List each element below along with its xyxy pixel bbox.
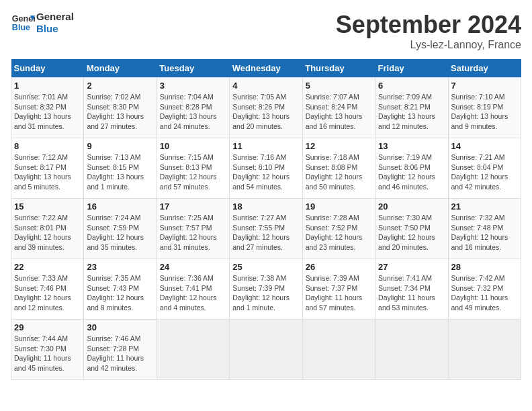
calendar-cell: 8Sunrise: 7:12 AM Sunset: 8:17 PM Daylig…: [11, 138, 84, 199]
day-number: 21: [451, 201, 518, 212]
day-info: Sunrise: 7:28 AM Sunset: 7:52 PM Dayligh…: [306, 213, 372, 253]
calendar-cell: 2Sunrise: 7:02 AM Sunset: 8:30 PM Daylig…: [84, 78, 157, 138]
calendar-week-5: 29Sunrise: 7:44 AM Sunset: 7:30 PM Dayli…: [11, 320, 521, 380]
day-info: Sunrise: 7:44 AM Sunset: 7:30 PM Dayligh…: [14, 334, 81, 373]
day-info: Sunrise: 7:24 AM Sunset: 7:59 PM Dayligh…: [87, 213, 153, 253]
calendar-cell: 11Sunrise: 7:16 AM Sunset: 8:10 PM Dayli…: [230, 138, 302, 199]
calendar-cell: 18Sunrise: 7:27 AM Sunset: 7:55 PM Dayli…: [230, 199, 302, 259]
day-info: Sunrise: 7:46 AM Sunset: 7:28 PM Dayligh…: [87, 334, 153, 373]
calendar-cell: 19Sunrise: 7:28 AM Sunset: 7:52 PM Dayli…: [302, 199, 375, 259]
day-info: Sunrise: 7:16 AM Sunset: 8:10 PM Dayligh…: [232, 152, 299, 192]
day-number: 15: [14, 201, 81, 212]
logo-blue: Blue: [36, 23, 74, 35]
day-info: Sunrise: 7:18 AM Sunset: 8:08 PM Dayligh…: [306, 152, 372, 192]
weekday-header-saturday: Saturday: [448, 59, 521, 78]
day-info: Sunrise: 7:41 AM Sunset: 7:34 PM Dayligh…: [378, 273, 445, 313]
day-info: Sunrise: 7:36 AM Sunset: 7:41 PM Dayligh…: [160, 273, 226, 313]
weekday-header-thursday: Thursday: [302, 59, 375, 78]
month-title: September 2024: [336, 11, 521, 39]
day-info: Sunrise: 7:21 AM Sunset: 8:04 PM Dayligh…: [451, 152, 518, 192]
day-number: 17: [160, 201, 226, 212]
day-number: 4: [232, 81, 299, 91]
day-number: 8: [14, 141, 81, 151]
calendar-cell: 22Sunrise: 7:33 AM Sunset: 7:46 PM Dayli…: [11, 259, 84, 320]
calendar-cell: 3Sunrise: 7:04 AM Sunset: 8:28 PM Daylig…: [157, 78, 229, 138]
day-info: Sunrise: 7:39 AM Sunset: 7:37 PM Dayligh…: [306, 273, 372, 313]
calendar-cell: 20Sunrise: 7:30 AM Sunset: 7:50 PM Dayli…: [375, 199, 448, 259]
calendar-cell: 12Sunrise: 7:18 AM Sunset: 8:08 PM Dayli…: [302, 138, 375, 199]
day-number: 1: [14, 81, 81, 91]
day-number: 13: [378, 141, 445, 151]
calendar-cell: 1Sunrise: 7:01 AM Sunset: 8:32 PM Daylig…: [11, 78, 84, 138]
calendar-week-3: 15Sunrise: 7:22 AM Sunset: 8:01 PM Dayli…: [11, 199, 521, 259]
day-info: Sunrise: 7:01 AM Sunset: 8:32 PM Dayligh…: [14, 92, 81, 132]
calendar-cell: [375, 320, 448, 380]
day-info: Sunrise: 7:33 AM Sunset: 7:46 PM Dayligh…: [14, 273, 81, 313]
day-number: 6: [378, 81, 445, 91]
calendar-cell: 15Sunrise: 7:22 AM Sunset: 8:01 PM Dayli…: [11, 199, 84, 259]
day-info: Sunrise: 7:35 AM Sunset: 7:43 PM Dayligh…: [87, 273, 153, 313]
calendar-cell: 23Sunrise: 7:35 AM Sunset: 7:43 PM Dayli…: [84, 259, 157, 320]
calendar-cell: 5Sunrise: 7:07 AM Sunset: 8:24 PM Daylig…: [302, 78, 375, 138]
calendar-cell: 16Sunrise: 7:24 AM Sunset: 7:59 PM Dayli…: [84, 199, 157, 259]
day-info: Sunrise: 7:27 AM Sunset: 7:55 PM Dayligh…: [232, 213, 299, 253]
calendar-cell: 17Sunrise: 7:25 AM Sunset: 7:57 PM Dayli…: [157, 199, 229, 259]
day-number: 12: [306, 141, 372, 151]
day-number: 26: [306, 262, 372, 272]
title-block: September 2024 Lys-lez-Lannoy, France: [336, 11, 521, 51]
day-info: Sunrise: 7:38 AM Sunset: 7:39 PM Dayligh…: [232, 273, 299, 313]
day-number: 3: [160, 81, 226, 91]
day-number: 22: [14, 262, 81, 272]
weekday-header-sunday: Sunday: [11, 59, 84, 78]
calendar-cell: [230, 320, 302, 380]
day-info: Sunrise: 7:25 AM Sunset: 7:57 PM Dayligh…: [160, 213, 226, 253]
weekday-header-monday: Monday: [84, 59, 157, 78]
day-info: Sunrise: 7:12 AM Sunset: 8:17 PM Dayligh…: [14, 152, 81, 192]
logo: General Blue General Blue: [11, 11, 74, 35]
calendar-cell: 24Sunrise: 7:36 AM Sunset: 7:41 PM Dayli…: [157, 259, 229, 320]
calendar-cell: 30Sunrise: 7:46 AM Sunset: 7:28 PM Dayli…: [84, 320, 157, 380]
calendar-cell: [157, 320, 229, 380]
day-info: Sunrise: 7:42 AM Sunset: 7:32 PM Dayligh…: [451, 273, 518, 313]
calendar-cell: 29Sunrise: 7:44 AM Sunset: 7:30 PM Dayli…: [11, 320, 84, 380]
day-number: 23: [87, 262, 153, 272]
weekday-header-row: SundayMondayTuesdayWednesdayThursdayFrid…: [11, 59, 521, 78]
calendar-cell: [302, 320, 375, 380]
calendar-cell: 6Sunrise: 7:09 AM Sunset: 8:21 PM Daylig…: [375, 78, 448, 138]
calendar-week-4: 22Sunrise: 7:33 AM Sunset: 7:46 PM Dayli…: [11, 259, 521, 320]
day-info: Sunrise: 7:05 AM Sunset: 8:26 PM Dayligh…: [232, 92, 299, 132]
location-title: Lys-lez-Lannoy, France: [336, 39, 521, 51]
calendar-cell: 21Sunrise: 7:32 AM Sunset: 7:48 PM Dayli…: [448, 199, 521, 259]
logo-icon: General Blue: [11, 11, 35, 35]
day-number: 25: [232, 262, 299, 272]
page-header: General Blue General Blue September 2024…: [11, 11, 521, 51]
day-info: Sunrise: 7:32 AM Sunset: 7:48 PM Dayligh…: [451, 213, 518, 253]
weekday-header-tuesday: Tuesday: [157, 59, 229, 78]
day-number: 18: [232, 201, 299, 212]
calendar-cell: 10Sunrise: 7:15 AM Sunset: 8:13 PM Dayli…: [157, 138, 229, 199]
calendar-table: SundayMondayTuesdayWednesdayThursdayFrid…: [11, 59, 521, 380]
day-info: Sunrise: 7:02 AM Sunset: 8:30 PM Dayligh…: [87, 92, 153, 132]
day-info: Sunrise: 7:15 AM Sunset: 8:13 PM Dayligh…: [160, 152, 226, 192]
calendar-cell: 7Sunrise: 7:10 AM Sunset: 8:19 PM Daylig…: [448, 78, 521, 138]
calendar-cell: 25Sunrise: 7:38 AM Sunset: 7:39 PM Dayli…: [230, 259, 302, 320]
weekday-header-wednesday: Wednesday: [230, 59, 302, 78]
day-info: Sunrise: 7:30 AM Sunset: 7:50 PM Dayligh…: [378, 213, 445, 253]
day-number: 7: [451, 81, 518, 91]
day-info: Sunrise: 7:07 AM Sunset: 8:24 PM Dayligh…: [306, 92, 372, 132]
day-number: 2: [87, 81, 153, 91]
day-number: 19: [306, 201, 372, 212]
calendar-cell: [448, 320, 521, 380]
day-info: Sunrise: 7:09 AM Sunset: 8:21 PM Dayligh…: [378, 92, 445, 132]
calendar-cell: 27Sunrise: 7:41 AM Sunset: 7:34 PM Dayli…: [375, 259, 448, 320]
day-info: Sunrise: 7:22 AM Sunset: 8:01 PM Dayligh…: [14, 213, 81, 253]
day-number: 10: [160, 141, 226, 151]
day-info: Sunrise: 7:13 AM Sunset: 8:15 PM Dayligh…: [87, 152, 153, 192]
day-number: 9: [87, 141, 153, 151]
day-number: 27: [378, 262, 445, 272]
calendar-cell: 13Sunrise: 7:19 AM Sunset: 8:06 PM Dayli…: [375, 138, 448, 199]
weekday-header-friday: Friday: [375, 59, 448, 78]
calendar-week-1: 1Sunrise: 7:01 AM Sunset: 8:32 PM Daylig…: [11, 78, 521, 138]
calendar-cell: 26Sunrise: 7:39 AM Sunset: 7:37 PM Dayli…: [302, 259, 375, 320]
day-number: 5: [306, 81, 372, 91]
